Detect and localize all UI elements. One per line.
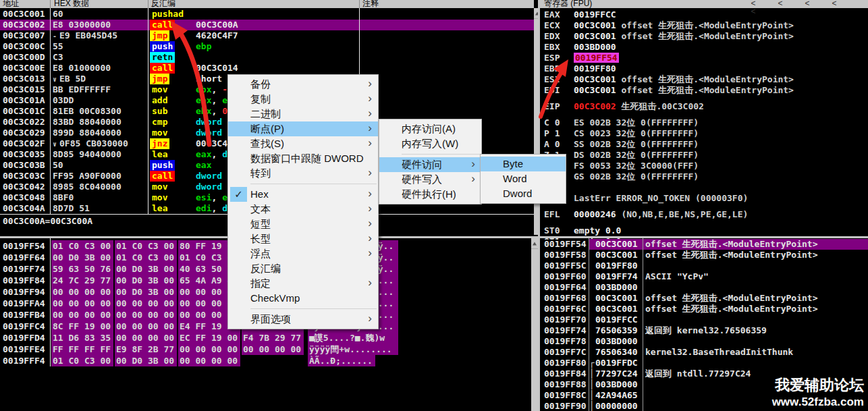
dump-row[interactable]: 0019FFF401 C0 C3 0000 D0 3B 0000 00 00 0… (0, 355, 531, 366)
flag-row[interactable]: A 0SS 002B 32位 0(FFFFFFFF) (540, 139, 868, 150)
stack-address: 0019FF7C (544, 347, 587, 358)
dump-address: 0019FFF4 (3, 355, 45, 366)
menu-item[interactable]: 界面选项› (228, 312, 378, 327)
disasm-row[interactable]: 00C3C00EE8 01000000call00C3C014 (0, 63, 534, 74)
register-value: empty 0.0 (574, 225, 621, 236)
menu-item[interactable]: 指定› (228, 276, 378, 291)
register-row[interactable]: EBP0019FF80 (540, 63, 868, 74)
segment-info: CS 0023 32位 0(FFFFFFFF) (574, 128, 699, 138)
register-row[interactable]: ESP0019FF54 (540, 53, 868, 63)
menu-item[interactable]: 断点(P)› (228, 121, 378, 136)
instruction-address: 00C3C015 (3, 84, 45, 95)
mnemonic: pushad (150, 9, 186, 20)
menu-item[interactable]: Dword (481, 186, 566, 201)
dump-bytes-group: 00 00 00 00 (242, 344, 304, 355)
dump-row[interactable]: 0019FFE4FF FF FF FFE9 8F 2B 7700 00 00 0… (0, 344, 531, 355)
breakpoint-submenu: 内存访问(A)内存写入(W)硬件访问›硬件写入›硬件执行(H) (379, 119, 482, 204)
register-row[interactable]: EDX00C3C001 offset 生死狙击.<ModuleEntryPoin… (540, 31, 868, 42)
mnemonic: mov (150, 84, 169, 95)
register-name: EDX (544, 31, 574, 42)
stack-address: 0019FF6C (544, 304, 587, 314)
vertical-splitter[interactable] (538, 0, 540, 411)
operands: ebp (196, 41, 211, 52)
menu-item[interactable]: 查找(S)› (228, 136, 378, 151)
register-row[interactable]: ST0empty 0.0 (540, 225, 868, 236)
disasm-row[interactable]: 00C3C00160pushad (0, 9, 534, 20)
menu-item[interactable]: 浮点› (228, 246, 378, 261)
instruction-address: 00C3C00E (3, 63, 45, 74)
instruction-address: 00C3C013 (3, 74, 45, 84)
segment-info: GS 002B 32位 0(FFFFFFFF) (574, 171, 699, 182)
flag-row[interactable]: O 0LastErr ERROR_NO_TOKEN (000003F0) (540, 193, 868, 204)
collapse-arrow-icon[interactable]: < (794, 0, 821, 7)
dump-bytes-group: 00 D0 3B 00 (115, 286, 177, 298)
stack-value: 0019FFDC (595, 358, 638, 368)
menu-item[interactable]: 硬件访问› (379, 157, 481, 172)
register-row[interactable]: EBX003BD000 (540, 42, 868, 53)
menu-item-label: CheckVmp (250, 292, 300, 304)
collapse-arrow-icon[interactable]: < (767, 0, 794, 7)
menu-item-label: 备份 (250, 78, 271, 90)
menu-item[interactable]: 短型› (228, 217, 378, 231)
menu-item[interactable]: 转到› (228, 166, 378, 181)
menu-item[interactable]: 内存访问(A) (379, 121, 481, 136)
instruction-bytes: ∨EB 5D (53, 74, 86, 85)
menu-item[interactable]: 二进制› (228, 107, 378, 121)
menu-item[interactable]: ✓Hex› (228, 187, 378, 202)
horizontal-splitter[interactable] (0, 236, 868, 238)
dump-bytes-group: 00 00 00 00 (178, 355, 240, 366)
scroll-up-icon[interactable] (531, 238, 538, 249)
registers-pane[interactable]: EAX0019FFCCECX00C3C001 offset 生死狙击.<Modu… (540, 8, 868, 240)
stack-address: 0019FF54 (544, 239, 587, 250)
menu-item[interactable]: 硬件执行(H) (379, 187, 481, 202)
register-row[interactable]: EIP00C3C002 生死狙击.00C3C002 (540, 101, 868, 112)
menu-item[interactable]: 数据窗口中跟随 DWORD (228, 151, 378, 166)
stack-comment: offset 生死狙击.<ModuleEntryPoint> (645, 293, 818, 304)
menu-item-label: 指定 (250, 277, 271, 289)
stack-comment: offset 生死狙击.<ModuleEntryPoint> (645, 250, 818, 261)
disasm-row[interactable]: 00C3C00C55pushebp (0, 41, 534, 52)
disasm-row[interactable]: 00C3C00DC3retn (0, 52, 534, 63)
menu-item[interactable]: 备份› (228, 77, 378, 92)
menu-item[interactable]: CheckVmp (228, 291, 378, 306)
register-row[interactable]: ESI00C3C001 offset 生死狙击.<ModuleEntryPoin… (540, 74, 868, 85)
register-value: 00C3C001 (574, 31, 616, 41)
register-row[interactable]: EDI00C3C001 offset 生死狙击.<ModuleEntryPoin… (540, 85, 868, 96)
menu-item[interactable]: 复制› (228, 92, 378, 107)
register-comment: 生死狙击.00C3C002 (621, 101, 703, 111)
stack-address: 0019FF5C (544, 261, 587, 271)
register-value: 00C3C001 (574, 74, 616, 84)
flag-row[interactable]: Z 1DS 002B 32位 0(FFFFFFFF) (540, 150, 868, 161)
mnemonic: jnz (150, 138, 169, 149)
flag-row[interactable]: P 1CS 0023 32位 0(FFFFFFFF) (540, 128, 868, 139)
mnemonic: lea (150, 203, 169, 214)
register-name: EIP (544, 101, 574, 112)
segment-info: LastErr ERROR_NO_TOKEN (000003F0) (574, 193, 748, 203)
flag-row[interactable]: T 0GS 002B 32位 0(FFFFFFFF) (540, 171, 868, 182)
menu-item[interactable]: 内存写入(W) (379, 136, 481, 151)
flag-row[interactable]: D 0 (540, 182, 868, 193)
menu-item[interactable]: 硬件写入› (379, 172, 481, 187)
register-row[interactable]: EAX0019FFCC (540, 9, 868, 20)
dump-row[interactable]: 0019FFD411 D6 83 3500 00 00 00EC FF 19 0… (0, 332, 531, 344)
register-row[interactable]: ECX00C3C001 offset 生死狙击.<ModuleEntryPoin… (540, 20, 868, 31)
mnemonic: jmp (150, 74, 169, 84)
disasm-row[interactable]: 00C3C002E8 03000000call00C3C00A (0, 20, 534, 30)
menu-item[interactable]: Byte (481, 157, 566, 171)
stack-value: 0019FFCC (595, 314, 638, 325)
flag-row[interactable]: S 0FS 0053 32位 3C0000(FFF) (540, 161, 868, 171)
menu-item[interactable]: 反汇编 (228, 261, 378, 276)
submenu-arrow-icon: › (368, 231, 372, 246)
menu-item[interactable]: Word (481, 171, 566, 186)
flag-row[interactable]: C 0ES 002B 32位 0(FFFFFFFF) (540, 117, 868, 128)
mnemonic: call (150, 20, 175, 30)
dump-address: 0019FFE4 (3, 344, 45, 355)
collapse-arrow-icon[interactable]: < (821, 0, 848, 7)
menu-item[interactable]: 长型› (228, 231, 378, 246)
disasm-row[interactable]: 00C3C007-E9 EB045D45jmp4620C4F7 (0, 30, 534, 41)
stack-value: 77297C24 (595, 368, 638, 379)
register-row[interactable]: EFL00000246 (NO,NB,E,BE,NS,PE,GE,LE) (540, 209, 868, 220)
dump-bytes-group: 01 C0 C3 00 (51, 240, 113, 252)
dump-scrollbar[interactable] (531, 238, 538, 411)
menu-item[interactable]: 文本› (228, 202, 378, 217)
